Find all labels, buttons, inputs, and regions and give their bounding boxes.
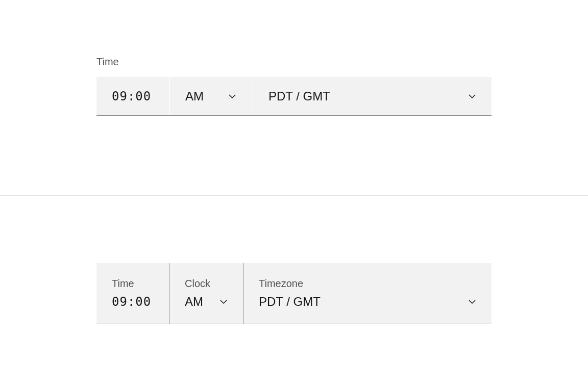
period-value: AM [185,295,203,309]
time-picker-variant-internal-labels: Time 09:00 Clock AM Timezone PDT / GMT [0,196,588,391]
timezone-select[interactable]: PDT / GMT [253,77,492,115]
chevron-down-icon [228,92,236,100]
time-field-group: Time 09:00 Clock AM Timezone PDT / GMT [96,263,492,324]
chevron-down-icon [468,298,476,306]
time-picker-variant-external-label: Time 09:00 AM PDT / GMT [0,0,588,195]
period-label: Clock [185,278,228,290]
time-value: 09:00 [112,295,169,309]
time-value: 09:00 [112,89,151,103]
time-input[interactable]: Time 09:00 [96,263,169,324]
time-input[interactable]: 09:00 [96,77,170,115]
period-select[interactable]: Clock AM [169,263,243,324]
timezone-value: PDT / GMT [268,89,330,103]
chevron-down-icon [468,92,476,100]
timezone-value: PDT / GMT [259,295,321,309]
time-label: Time [112,278,169,290]
time-field-group: 09:00 AM PDT / GMT [96,77,492,116]
time-label: Time [96,56,492,68]
period-select[interactable]: AM [170,77,253,115]
timezone-select[interactable]: Timezone PDT / GMT [243,263,492,324]
timezone-label: Timezone [259,278,476,290]
period-value: AM [185,89,204,103]
chevron-down-icon [219,298,228,306]
